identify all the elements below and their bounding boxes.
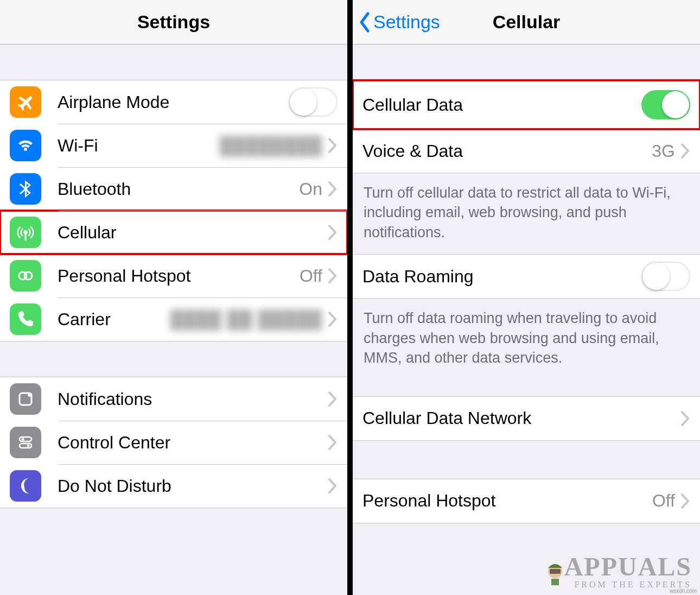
phone-icon xyxy=(10,303,41,335)
row-label: Data Roaming xyxy=(362,267,474,287)
row-label: Carrier xyxy=(58,309,111,330)
notifications-icon xyxy=(10,383,41,415)
cellular-group-1: Cellular Data Voice & Data 3G xyxy=(353,80,700,173)
chevron-right-icon xyxy=(328,224,338,240)
cellular-group-2: Data Roaming xyxy=(353,254,700,299)
row-carrier[interactable]: Carrier ████ ██ █████ xyxy=(0,298,347,341)
bluetooth-value: On xyxy=(299,179,322,199)
row-bluetooth[interactable]: Bluetooth On xyxy=(0,167,347,211)
chevron-right-icon xyxy=(680,410,690,427)
svg-point-6 xyxy=(22,438,24,441)
voice-data-value: 3G xyxy=(652,141,675,161)
carrier-value: ████ ██ █████ xyxy=(170,309,322,330)
hotspot-value: Off xyxy=(300,266,322,286)
row-label: Do Not Disturb xyxy=(58,476,171,496)
row-label: Voice & Data xyxy=(362,141,463,161)
svg-point-2 xyxy=(24,272,32,280)
row-cellular[interactable]: Cellular xyxy=(0,211,347,254)
row-label: Bluetooth xyxy=(58,179,131,199)
row-voice-data[interactable]: Voice & Data 3G xyxy=(353,129,700,173)
row-do-not-disturb[interactable]: Do Not Disturb xyxy=(0,464,347,508)
row-label: Control Center xyxy=(58,433,170,453)
wifi-value: ████████ xyxy=(220,136,322,156)
row-airplane-mode[interactable]: Airplane Mode xyxy=(0,80,347,124)
settings-group-1: Airplane Mode Wi-Fi ████████ Bluetooth xyxy=(0,80,347,341)
moon-icon xyxy=(10,470,41,502)
chevron-right-icon xyxy=(328,137,338,154)
settings-group-2: Notifications Control Center Do Not Dist… xyxy=(0,377,347,508)
cellular-pane: Settings Cellular Cellular Data Voice & … xyxy=(350,0,700,595)
svg-rect-7 xyxy=(20,444,31,448)
data-roaming-toggle[interactable] xyxy=(641,262,690,291)
back-label: Settings xyxy=(373,11,440,33)
row-label: Cellular Data xyxy=(362,95,463,115)
chevron-right-icon xyxy=(328,478,338,494)
hotspot-icon xyxy=(10,260,41,292)
row-data-roaming[interactable]: Data Roaming xyxy=(353,255,700,298)
row-cellular-data[interactable]: Cellular Data xyxy=(353,80,700,129)
chevron-right-icon xyxy=(328,268,338,284)
cellular-data-toggle[interactable] xyxy=(641,90,690,119)
row-cellular-data-network[interactable]: Cellular Data Network xyxy=(353,397,700,440)
chevron-right-icon xyxy=(328,181,338,197)
row-notifications[interactable]: Notifications xyxy=(0,377,347,421)
row-label: Personal Hotspot xyxy=(362,491,495,511)
wifi-icon xyxy=(10,130,41,161)
bluetooth-icon xyxy=(10,173,41,205)
control-center-icon xyxy=(10,427,41,458)
cellular-group-4: Personal Hotspot Off xyxy=(353,479,700,523)
row-label: Cellular Data Network xyxy=(362,408,531,428)
row-personal-hotspot[interactable]: Personal Hotspot Off xyxy=(353,479,700,523)
row-label: Wi-Fi xyxy=(58,136,98,156)
row-wifi[interactable]: Wi-Fi ████████ xyxy=(0,124,347,167)
row-control-center[interactable]: Control Center xyxy=(0,421,347,464)
chevron-right-icon xyxy=(328,434,338,451)
group-footer: Turn off data roaming when traveling to … xyxy=(353,299,700,379)
chevron-right-icon xyxy=(680,493,690,509)
svg-rect-5 xyxy=(20,437,31,441)
back-button[interactable]: Settings xyxy=(358,0,440,44)
row-label: Airplane Mode xyxy=(58,92,169,112)
navbar-right: Settings Cellular xyxy=(353,0,700,45)
chevron-right-icon xyxy=(328,311,338,327)
chevron-right-icon xyxy=(328,391,338,407)
source-label: wsxdn.com xyxy=(670,588,697,594)
airplane-icon xyxy=(10,86,41,118)
group-footer: Turn off cellular data to restrict all d… xyxy=(353,173,700,254)
row-label: Cellular xyxy=(58,223,116,243)
hotspot-value: Off xyxy=(652,491,675,511)
page-title: Settings xyxy=(137,11,210,33)
page-title: Cellular xyxy=(493,11,561,33)
row-label: Notifications xyxy=(58,389,152,409)
chevron-right-icon xyxy=(680,143,690,159)
settings-pane: Settings Airplane Mode Wi-Fi ████████ xyxy=(0,0,350,595)
cellular-icon xyxy=(10,217,41,248)
svg-point-8 xyxy=(27,445,30,447)
cellular-group-3: Cellular Data Network xyxy=(353,396,700,441)
row-label: Personal Hotspot xyxy=(58,266,190,286)
navbar-left: Settings xyxy=(0,0,347,45)
row-personal-hotspot[interactable]: Personal Hotspot Off xyxy=(0,254,347,298)
airplane-toggle[interactable] xyxy=(289,87,338,117)
svg-point-4 xyxy=(28,393,32,397)
